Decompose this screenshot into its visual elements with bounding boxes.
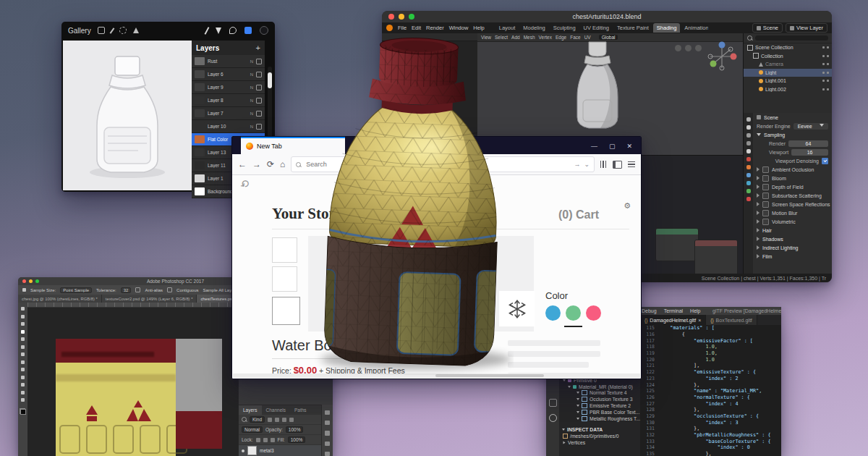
- info-panel-icon[interactable]: [325, 452, 330, 456]
- color-swatch[interactable]: [566, 305, 581, 321]
- opacity-value[interactable]: 100%: [286, 426, 304, 433]
- physics-tab-icon[interactable]: [746, 181, 751, 185]
- layers-panel-icon[interactable]: [244, 27, 252, 34]
- fill-value[interactable]: 100%: [288, 436, 306, 443]
- collapsed-section-row[interactable]: Film: [753, 252, 832, 261]
- hide-render-icon[interactable]: [827, 63, 829, 65]
- reset-view-icon[interactable]: ⟲: [237, 177, 252, 193]
- layer-visibility-checkbox[interactable]: [256, 72, 262, 77]
- dropdown-caret-icon[interactable]: ⌄: [584, 161, 590, 168]
- menu-item[interactable]: Help: [690, 308, 700, 313]
- outliner-row[interactable]: Collection: [744, 52, 832, 61]
- collapsed-section-row[interactable]: Indirect Lighting: [753, 243, 832, 252]
- contiguous-checkbox[interactable]: [167, 287, 172, 292]
- render-feature-row[interactable]: Bloom: [753, 174, 832, 182]
- foreground-background-swatches[interactable]: [20, 408, 26, 415]
- document-tab[interactable]: chest.jpg @ 100% (chestLines, RGB/8) *: [18, 295, 102, 303]
- hide-render-icon[interactable]: [827, 80, 829, 82]
- layer-blend-mode[interactable]: N: [250, 98, 253, 103]
- library-icon[interactable]: [600, 161, 607, 168]
- forward-icon[interactable]: →: [252, 159, 261, 169]
- kind-filter-dropdown[interactable]: Kind: [250, 416, 265, 423]
- layer-row[interactable]: metal3: [239, 445, 322, 456]
- outliner-row[interactable]: Light: [744, 69, 832, 77]
- blend-mode-dropdown[interactable]: Normal: [242, 426, 263, 433]
- home-icon[interactable]: ⌂: [280, 159, 285, 169]
- camera-view-icon[interactable]: [695, 45, 702, 51]
- adjustments-icon[interactable]: [109, 28, 114, 34]
- hide-render-icon[interactable]: [827, 72, 829, 74]
- panel-tab[interactable]: Layers: [239, 405, 262, 415]
- color-picker-icon[interactable]: [260, 26, 268, 35]
- hide-viewport-icon[interactable]: [822, 63, 825, 65]
- clay-bottle-model[interactable]: [571, 39, 624, 132]
- layer-row[interactable]: Layer 7 N: [192, 107, 265, 120]
- pen-tool-icon[interactable]: [21, 383, 25, 387]
- render-samples-value[interactable]: 64: [788, 140, 828, 147]
- feature-checkbox[interactable]: [762, 184, 769, 190]
- layer-row[interactable]: Layer 10 N: [192, 120, 265, 133]
- color-swatch[interactable]: [545, 305, 561, 321]
- filter-shape-icon[interactable]: [289, 418, 294, 422]
- denoising-checkbox[interactable]: [822, 158, 828, 164]
- render-feature-row[interactable]: Motion Blur: [753, 208, 832, 217]
- code-editor[interactable]: 115 "materials" : [ 116 { 117 "emissiveF…: [640, 325, 781, 456]
- go-icon[interactable]: →: [574, 161, 580, 168]
- slider-handle[interactable]: [268, 72, 272, 88]
- render-tab-icon[interactable]: [746, 125, 751, 130]
- zoom-tool-icon[interactable]: [21, 398, 25, 402]
- menu-item[interactable]: File: [398, 25, 407, 31]
- product-thumbnail[interactable]: [272, 266, 297, 292]
- shader-node[interactable]: [655, 228, 699, 261]
- workspace-tab[interactable]: Layout: [495, 23, 519, 33]
- hide-viewport-icon[interactable]: [822, 55, 825, 57]
- collapsed-section-row[interactable]: Shadows: [753, 235, 832, 243]
- layer-blend-mode[interactable]: N: [250, 85, 253, 90]
- viewport-samples-value[interactable]: 16: [791, 149, 828, 156]
- layer-visibility-checkbox[interactable]: [256, 98, 262, 104]
- actions-icon[interactable]: [98, 27, 105, 34]
- type-tool-icon[interactable]: [21, 391, 25, 394]
- hide-viewport-icon[interactable]: [822, 72, 825, 74]
- render-engine-dropdown[interactable]: Eevee: [793, 123, 828, 130]
- outliner-row[interactable]: Light.002: [744, 85, 832, 94]
- layer-blend-mode[interactable]: N: [250, 72, 253, 77]
- procreate-canvas[interactable]: [63, 41, 192, 190]
- zoom-tool-icon[interactable]: [675, 45, 681, 51]
- menu-item[interactable]: Render: [426, 25, 444, 31]
- filter-adjustment-icon[interactable]: [275, 418, 279, 422]
- menu-item[interactable]: Terminal: [664, 308, 683, 313]
- outliner-row[interactable]: Scene Collection: [744, 43, 832, 52]
- minimize-button[interactable]: —: [591, 143, 597, 150]
- pan-tool-icon[interactable]: [685, 45, 692, 51]
- layer-blend-mode[interactable]: N: [250, 59, 253, 64]
- collapsed-section-row[interactable]: Hair: [753, 226, 832, 235]
- menu-item[interactable]: Edit: [412, 25, 421, 31]
- outliner-row[interactable]: Camera: [744, 60, 832, 69]
- crop-tool-icon[interactable]: [21, 337, 25, 341]
- menu-item[interactable]: Help: [473, 25, 484, 31]
- layer-blend-mode[interactable]: N: [250, 124, 253, 129]
- world-tab-icon[interactable]: [746, 157, 751, 161]
- editor-tab[interactable]: {} BoxTextured.gltf ×: [706, 315, 757, 325]
- brush-icon[interactable]: [205, 27, 210, 35]
- lock-transparent-icon[interactable]: [256, 438, 260, 442]
- product-thumbnail[interactable]: [272, 237, 297, 263]
- tree-row[interactable]: PBR Base Color Text...: [559, 409, 640, 415]
- editor-tab[interactable]: {} DamagedHelmet.gltf ×: [640, 315, 706, 325]
- color-panel-icon[interactable]: [325, 431, 330, 435]
- outliner-row[interactable]: Light.001: [744, 77, 832, 85]
- brush-panel-icon[interactable]: [325, 442, 330, 446]
- modifiers-tab-icon[interactable]: [746, 173, 751, 177]
- blender-logo-icon[interactable]: [386, 25, 393, 31]
- workspace-tab[interactable]: Modeling: [519, 23, 548, 33]
- object-tab-icon[interactable]: [746, 165, 751, 169]
- panel-tab[interactable]: Channels: [262, 405, 290, 415]
- view-layer-selector[interactable]: View Layer: [786, 23, 827, 33]
- layer-visibility-checkbox[interactable]: [256, 85, 262, 90]
- navigation-gizmo[interactable]: [706, 41, 738, 72]
- hide-render-icon[interactable]: [827, 88, 829, 90]
- mesh-path-row[interactable]: /meshes/0/primitives/0: [559, 433, 640, 439]
- brush-tool-icon[interactable]: [21, 352, 25, 356]
- stamp-tool-icon[interactable]: [21, 360, 25, 364]
